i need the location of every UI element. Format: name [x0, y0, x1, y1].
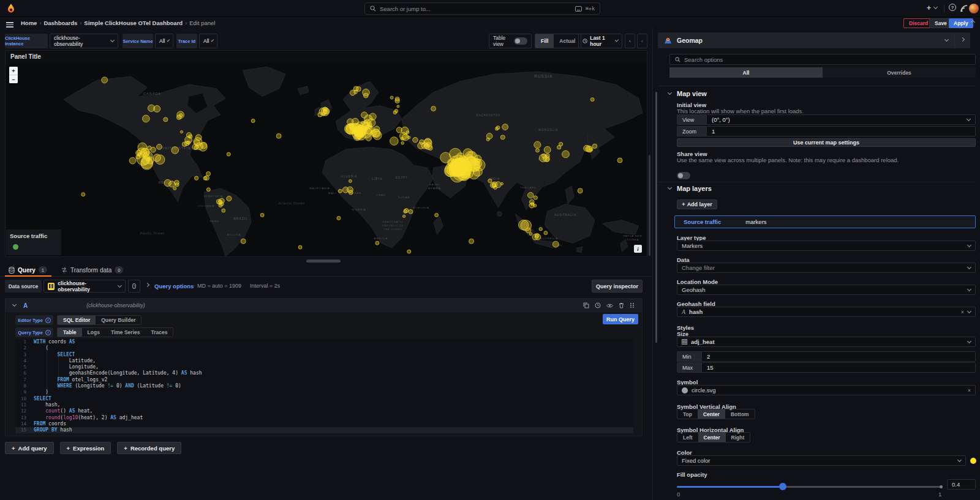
slider-handle[interactable]	[779, 483, 786, 490]
query-inspector-button[interactable]: Query inspector	[592, 280, 643, 293]
use-current-map-settings-button[interactable]: Use current map settings	[677, 138, 976, 147]
option-query-builder[interactable]: Query Builder	[96, 316, 141, 324]
code-line[interactable]: 5 Longitude,	[15, 364, 633, 370]
option-table[interactable]: Table	[58, 328, 82, 337]
fill-opacity-input[interactable]: 0.4	[947, 479, 976, 490]
symbol-vertical-align-group[interactable]: TopCenterBottom	[677, 409, 755, 419]
max-input[interactable]: 15	[701, 362, 976, 373]
code-line[interactable]: 1WITH coords AS	[15, 339, 633, 345]
code-line[interactable]: 11 hash,	[15, 402, 633, 408]
grafana-logo-icon[interactable]	[6, 3, 17, 14]
service-name-select[interactable]: All	[155, 34, 173, 48]
option-top[interactable]: Top	[677, 409, 698, 419]
zoom-input[interactable]: 1	[706, 126, 976, 136]
run-query-button[interactable]: Run Query	[603, 314, 638, 324]
refresh-button[interactable]	[637, 34, 647, 48]
breadcrumb-item[interactable]: Simple ClickHouse OTel Dashboard	[84, 20, 183, 26]
code-line[interactable]: 6 geohashEncode(Longitude, Latitude, 4) …	[15, 370, 633, 376]
map-zoom-out-button[interactable]: −	[9, 75, 18, 83]
code-line[interactable]: 3 SELECT	[15, 352, 633, 358]
data-select[interactable]: Change filter	[677, 263, 976, 273]
news-rss-icon[interactable]	[960, 5, 968, 12]
code-line[interactable]: 13 round(log10(heat), 2) AS adj_heat	[15, 415, 633, 421]
code-line[interactable]: 15GROUP BY hash	[15, 427, 633, 433]
code-line[interactable]: 2 (	[15, 345, 633, 351]
query-row-header[interactable]: A (clickhouse-observability)	[6, 299, 642, 312]
code-line[interactable]: 14FROM coords	[15, 421, 633, 427]
expression-button[interactable]: +Expression	[60, 442, 111, 454]
time-range-picker[interactable]: Last 1 hour	[578, 34, 622, 48]
collapse-query-icon[interactable]	[12, 302, 17, 307]
layer-row-source-traffic[interactable]: Source traffic markers	[674, 215, 976, 228]
option-bottom[interactable]: Bottom	[725, 409, 755, 419]
trash-icon[interactable]	[619, 302, 624, 308]
option-center[interactable]: Center	[698, 433, 726, 442]
world-map[interactable]: RUSSIACANADAUNITED STATESMEXICOVENEZUELA…	[6, 63, 647, 256]
recorded-query-button[interactable]: +Recorded query	[117, 442, 181, 454]
toggle-knob[interactable]	[514, 37, 527, 45]
symbol-horizontal-align-group[interactable]: LeftCenterRight	[677, 432, 750, 442]
section-map-view[interactable]: Map view	[668, 90, 707, 97]
fill-actual-group[interactable]: FillActual	[535, 34, 581, 48]
section-map-layers[interactable]: Map layers	[668, 185, 712, 192]
geomap-panel[interactable]: Panel Title	[5, 50, 647, 257]
collapse-pane-icon[interactable]	[960, 37, 965, 42]
chevron-down-icon[interactable]	[944, 37, 949, 42]
sql-editor[interactable]: 1WITH coords AS2 (3 SELECT4 Latitude,5 L…	[15, 339, 633, 433]
code-line[interactable]: 7 FROM otel_logs_v2	[15, 377, 633, 383]
add-layer-button[interactable]: +Add layer	[677, 200, 717, 209]
query-type-group[interactable]: TableLogsTime SeriesTraces	[57, 327, 173, 337]
query-options-chevron-icon[interactable]	[145, 283, 149, 287]
color-select[interactable]: Fixed color	[677, 455, 966, 466]
symbol-select[interactable]: circle.svg×	[677, 385, 976, 395]
trace-id-select[interactable]: All	[199, 34, 217, 48]
help-icon[interactable]: ?	[949, 4, 956, 11]
tab-query[interactable]: Query 1	[9, 263, 47, 277]
layer-type-select[interactable]: Markers	[677, 241, 976, 251]
fill-opacity-slider[interactable]	[677, 483, 941, 490]
datasource-help-button[interactable]: ?	[128, 280, 140, 293]
code-line[interactable]: 8 WHERE (Longitude != 0) AND (Latitude !…	[15, 383, 633, 389]
eye-icon[interactable]	[606, 303, 613, 308]
drag-handle-icon[interactable]	[630, 302, 635, 308]
zoom-out-time-button[interactable]	[625, 34, 635, 48]
option-left[interactable]: Left	[677, 433, 698, 442]
options-search[interactable]: Search options	[669, 54, 976, 65]
history-icon[interactable]	[595, 302, 601, 308]
share-view-toggle[interactable]	[677, 172, 690, 179]
code-line[interactable]: 4 Latitude,	[15, 358, 633, 364]
option-actual[interactable]: Actual	[554, 34, 581, 48]
option-all[interactable]: All	[669, 67, 823, 78]
option-traces[interactable]: Traces	[145, 328, 173, 337]
option-fill[interactable]: Fill	[535, 34, 554, 48]
option-overrides[interactable]: Overrides	[823, 67, 976, 78]
options-tabs[interactable]: AllOverrides	[669, 67, 976, 78]
options-scrollbar[interactable]	[655, 92, 657, 343]
tab-transform-data[interactable]: Transform data 0	[61, 263, 123, 277]
apply-button[interactable]: Apply	[949, 18, 973, 28]
user-avatar[interactable]	[969, 4, 979, 13]
duplicate-icon[interactable]	[583, 302, 589, 308]
location-mode-select[interactable]: Geohash	[677, 285, 976, 295]
global-search[interactable]: Search or jump to... ⌘+k	[364, 2, 600, 15]
table-view-toggle[interactable]: Table view	[489, 34, 532, 48]
option-right[interactable]: Right	[726, 433, 750, 442]
view-select[interactable]: (0°, 0°)	[706, 114, 976, 125]
map-attribution-button[interactable]: i	[634, 245, 642, 253]
code-line[interactable]: 12 count() AS heat,	[15, 408, 633, 414]
panel-resize-handle[interactable]	[306, 259, 341, 263]
clear-icon[interactable]: ×	[968, 387, 971, 394]
geohash-field-select[interactable]: A hash ×	[677, 307, 976, 317]
map-zoom-in-button[interactable]: +	[9, 67, 18, 75]
menu-toggle-icon[interactable]	[6, 21, 13, 29]
breadcrumb-item[interactable]: Home	[21, 20, 37, 26]
option-sql-editor[interactable]: SQL Editor	[58, 316, 96, 324]
add-query-button[interactable]: +Add query	[5, 442, 54, 454]
breadcrumb-item[interactable]: Dashboards	[43, 20, 77, 26]
option-time-series[interactable]: Time Series	[105, 328, 146, 337]
clickhouse-instance-select[interactable]: clickhouse-observability	[50, 34, 118, 48]
color-swatch[interactable]	[970, 458, 976, 464]
size-field-select[interactable]: adj_heat	[677, 337, 976, 347]
query-options-toggle[interactable]: Query options	[154, 283, 194, 289]
datasource-select[interactable]: clickhouse-observability	[43, 280, 126, 293]
